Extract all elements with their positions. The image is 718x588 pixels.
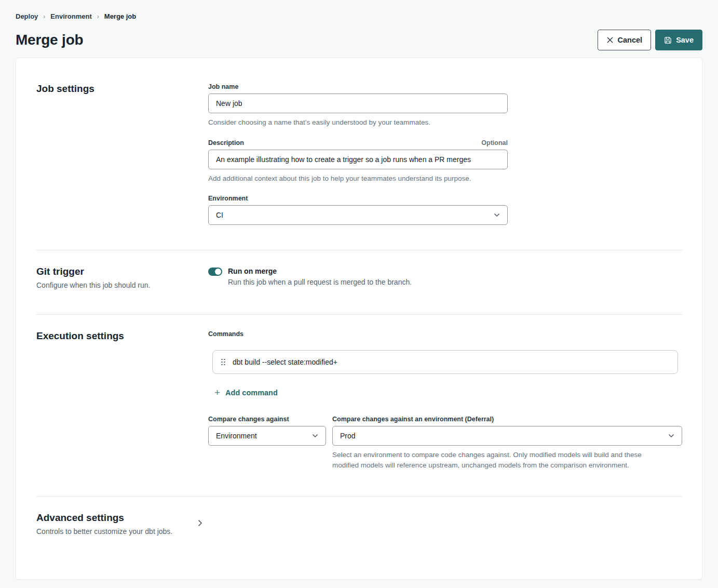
save-icon xyxy=(664,36,672,44)
description-optional-badge: Optional xyxy=(481,139,508,146)
merge-job-page: Deploy › Environment › Merge job Merge j… xyxy=(0,0,718,588)
job-name-field: Job name Consider choosing a name that's… xyxy=(208,83,508,128)
deferral-value: Prod xyxy=(340,432,356,440)
breadcrumb-chevron-icon: › xyxy=(43,13,45,20)
job-settings-section: Job settings Job name Consider choosing … xyxy=(36,72,682,250)
save-button-label: Save xyxy=(676,36,694,44)
job-name-label: Job name xyxy=(208,83,238,90)
page-header: Merge job Cancel Save xyxy=(16,30,702,50)
run-on-merge-row: Run on merge Run this job when a pull re… xyxy=(208,266,682,286)
job-name-helper: Consider choosing a name that's easily u… xyxy=(208,117,508,128)
page-title: Merge job xyxy=(16,32,83,48)
compare-against-label: Compare changes against xyxy=(208,416,289,423)
breadcrumb: Deploy › Environment › Merge job xyxy=(16,12,702,20)
save-button[interactable]: Save xyxy=(655,30,702,50)
git-trigger-title: Git trigger xyxy=(36,266,208,277)
breadcrumb-merge-job: Merge job xyxy=(104,12,136,20)
advanced-settings-expand xyxy=(208,512,682,529)
description-field: Description Optional Add additional cont… xyxy=(208,139,508,184)
git-trigger-section: Git trigger Configure when this job shou… xyxy=(36,250,682,314)
command-text[interactable]: dbt build --select state:modified+ xyxy=(233,358,337,366)
chevron-down-icon xyxy=(668,434,674,438)
advanced-settings-left: Advanced settings Controls to better cus… xyxy=(36,512,208,536)
chevron-down-icon xyxy=(312,434,318,438)
run-on-merge-description: Run this job when a pull request is merg… xyxy=(228,278,412,286)
compare-against-value: Environment xyxy=(216,432,257,440)
chevron-right-icon[interactable] xyxy=(198,519,202,527)
execution-settings-form: Commands dbt build --select state:modifi… xyxy=(208,330,682,471)
run-on-merge-text: Run on merge Run this job when a pull re… xyxy=(228,267,412,286)
execution-settings-left: Execution settings xyxy=(36,330,208,471)
git-trigger-left: Git trigger Configure when this job shou… xyxy=(36,266,208,289)
job-settings-left: Job settings xyxy=(36,83,208,225)
breadcrumb-chevron-icon: › xyxy=(97,13,99,20)
chevron-down-icon xyxy=(494,213,500,217)
description-helper: Add additional context about this job to… xyxy=(208,173,508,184)
advanced-settings-title: Advanced settings xyxy=(36,512,208,524)
header-actions: Cancel Save xyxy=(598,30,702,50)
job-name-input[interactable] xyxy=(208,93,508,113)
add-command-label: Add command xyxy=(225,389,278,397)
execution-settings-title: Execution settings xyxy=(36,330,208,342)
job-form-card: Job settings Job name Consider choosing … xyxy=(16,58,702,580)
environment-label: Environment xyxy=(208,195,248,202)
commands-label: Commands xyxy=(208,330,682,338)
description-label: Description xyxy=(208,139,244,146)
compare-row: Compare changes against Environment Comp… xyxy=(208,416,682,471)
compare-against-field: Compare changes against Environment xyxy=(208,416,326,471)
run-on-merge-toggle[interactable] xyxy=(208,268,222,276)
deferral-field: Compare changes against an environment (… xyxy=(332,416,682,471)
drag-handle-icon[interactable] xyxy=(221,359,225,366)
breadcrumb-environment[interactable]: Environment xyxy=(50,12,91,20)
description-input[interactable] xyxy=(208,150,508,169)
environment-field: Environment CI xyxy=(208,195,508,225)
add-command-button[interactable]: + Add command xyxy=(214,387,278,397)
close-icon xyxy=(606,36,614,44)
job-settings-title: Job settings xyxy=(36,83,208,95)
deferral-select[interactable]: Prod xyxy=(332,426,682,446)
command-row: dbt build --select state:modified+ xyxy=(212,350,678,374)
cancel-button[interactable]: Cancel xyxy=(598,30,652,50)
toggle-knob xyxy=(215,269,221,275)
deferral-helper: Select an environment to compare code ch… xyxy=(332,450,670,471)
execution-settings-section: Execution settings Commands dbt build --… xyxy=(36,315,682,496)
plus-icon: + xyxy=(214,387,220,397)
breadcrumb-deploy[interactable]: Deploy xyxy=(16,12,38,20)
advanced-settings-section: Advanced settings Controls to better cus… xyxy=(36,497,682,556)
deferral-label: Compare changes against an environment (… xyxy=(332,416,494,423)
run-on-merge-label: Run on merge xyxy=(228,267,412,275)
environment-select[interactable]: CI xyxy=(208,205,508,225)
advanced-settings-subtitle: Controls to better customize your dbt jo… xyxy=(36,527,208,536)
job-settings-form: Job name Consider choosing a name that's… xyxy=(208,83,508,225)
git-trigger-subtitle: Configure when this job should run. xyxy=(36,281,208,289)
cancel-button-label: Cancel xyxy=(618,36,643,44)
environment-select-value: CI xyxy=(216,211,223,219)
compare-against-select[interactable]: Environment xyxy=(208,426,326,446)
git-trigger-form: Run on merge Run this job when a pull re… xyxy=(208,266,682,289)
